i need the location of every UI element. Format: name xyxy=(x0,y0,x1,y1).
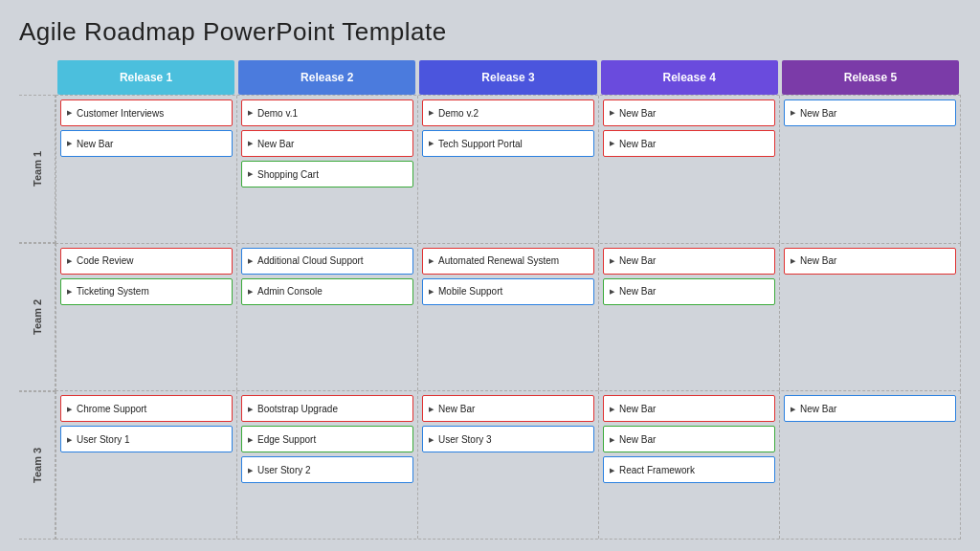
cell-t2-c4: New BarNew Bar xyxy=(599,244,780,391)
card-t1-c2-k1[interactable]: Demo v.1 xyxy=(241,99,413,126)
card-t3-c2-k1[interactable]: Bootstrap Upgrade xyxy=(241,395,413,422)
card-t1-c1-k2[interactable]: New Bar xyxy=(60,130,233,157)
card-t3-c5-k1[interactable]: New Bar xyxy=(784,395,956,422)
card-t2-c1-k1[interactable]: Code Review xyxy=(60,248,233,275)
grid-container: Team 1Team 2Team 3 Release 1Release 2Rel… xyxy=(19,60,961,540)
page-title: Agile Roadmap PowerPoint Template xyxy=(19,17,961,47)
cell-t3-c1: Chrome SupportUser Story 1 xyxy=(56,391,237,539)
card-t2-c5-k1[interactable]: New Bar xyxy=(784,248,956,275)
card-t3-c1-k1[interactable]: Chrome Support xyxy=(60,395,233,422)
cell-t1-c1: Customer InterviewsNew Bar xyxy=(56,96,237,243)
rows-container: Customer InterviewsNew BarDemo v.1New Ba… xyxy=(56,95,961,540)
card-t1-c2-k3[interactable]: Shopping Cart xyxy=(241,161,413,187)
card-t2-c3-k1[interactable]: Automated Renewal System xyxy=(422,248,594,275)
card-t2-c2-k2[interactable]: Admin Console xyxy=(241,278,413,305)
main-grid: Release 1Release 2Release 3Release 4Rele… xyxy=(56,60,961,540)
cell-t2-c1: Code ReviewTicketing System xyxy=(56,244,237,391)
card-t2-c1-k2[interactable]: Ticketing System xyxy=(60,278,233,305)
team-label-team-3: Team 3 xyxy=(19,391,56,540)
cell-t2-c2: Additional Cloud SupportAdmin Console xyxy=(237,244,418,391)
cell-t2-c3: Automated Renewal SystemMobile Support xyxy=(418,244,599,391)
col-header-release-2: Release 2 xyxy=(238,60,415,95)
team-label-team-1: Team 1 xyxy=(19,95,56,243)
card-t1-c5-k1[interactable]: New Bar xyxy=(784,99,956,126)
cell-t3-c5: New Bar xyxy=(780,391,960,539)
card-t3-c4-k3[interactable]: React Framework xyxy=(603,456,775,483)
card-t1-c1-k1[interactable]: Customer Interviews xyxy=(60,99,233,126)
cell-t3-c4: New BarNew BarReact Framework xyxy=(599,391,780,539)
card-t2-c4-k1[interactable]: New Bar xyxy=(603,248,775,275)
card-t3-c3-k1[interactable]: New Bar xyxy=(422,395,594,422)
card-t1-c4-k1[interactable]: New Bar xyxy=(603,99,775,126)
card-t1-c3-k2[interactable]: Tech Support Portal xyxy=(422,130,594,157)
card-t2-c4-k2[interactable]: New Bar xyxy=(603,278,775,305)
team-label-team-2: Team 2 xyxy=(19,243,56,391)
cell-t1-c2: Demo v.1New BarShopping Cart xyxy=(237,96,418,243)
cell-t3-c2: Bootstrap UpgradeEdge SupportUser Story … xyxy=(237,391,418,539)
card-t3-c4-k1[interactable]: New Bar xyxy=(603,395,775,422)
card-t2-c3-k2[interactable]: Mobile Support xyxy=(422,278,594,305)
card-t1-c3-k1[interactable]: Demo v.2 xyxy=(422,99,594,126)
col-header-release-1: Release 1 xyxy=(57,60,234,95)
cell-t3-c3: New BarUser Story 3 xyxy=(418,391,599,539)
team-row-3: Chrome SupportUser Story 1Bootstrap Upgr… xyxy=(56,391,961,540)
card-t3-c2-k2[interactable]: Edge Support xyxy=(241,426,413,452)
card-t3-c3-k2[interactable]: User Story 3 xyxy=(422,426,594,452)
card-t1-c4-k2[interactable]: New Bar xyxy=(603,130,775,157)
card-t2-c2-k1[interactable]: Additional Cloud Support xyxy=(241,248,413,275)
team-labels: Team 1Team 2Team 3 xyxy=(19,95,56,540)
cell-t1-c3: Demo v.2Tech Support Portal xyxy=(418,96,599,243)
col-header-release-5: Release 5 xyxy=(782,60,959,95)
card-t3-c2-k3[interactable]: User Story 2 xyxy=(241,456,413,483)
team-row-1: Customer InterviewsNew BarDemo v.1New Ba… xyxy=(56,95,961,244)
card-t3-c1-k2[interactable]: User Story 1 xyxy=(60,426,233,452)
cell-t1-c4: New BarNew Bar xyxy=(599,96,780,243)
cell-t2-c5: New Bar xyxy=(780,244,960,391)
header-row: Release 1Release 2Release 3Release 4Rele… xyxy=(56,60,961,95)
team-row-2: Code ReviewTicketing SystemAdditional Cl… xyxy=(56,244,961,392)
col-header-release-3: Release 3 xyxy=(419,60,596,95)
col-header-release-4: Release 4 xyxy=(601,60,778,95)
card-t3-c4-k2[interactable]: New Bar xyxy=(603,426,775,452)
card-t1-c2-k2[interactable]: New Bar xyxy=(241,130,413,157)
cell-t1-c5: New Bar xyxy=(780,96,960,243)
